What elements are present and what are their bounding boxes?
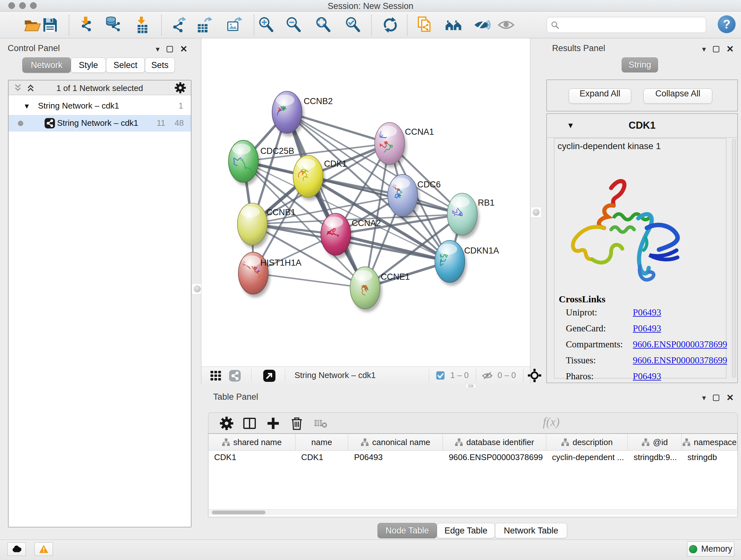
function-builder-icon: f(x) [543,415,560,429]
bottom-splitter-handle[interactable] [465,384,476,388]
table-panel-close-icon[interactable]: ✕ [726,395,734,401]
control-panel-float-icon[interactable] [166,46,173,52]
search-box [547,17,706,33]
tree-icon [682,438,690,446]
network-collection-row[interactable]: ▼ String Network – cdk1 1 [9,98,191,114]
string-style-icon[interactable] [229,370,241,382]
network-options-gear-icon[interactable] [174,82,186,94]
delete-column-icon[interactable] [289,416,304,431]
export-image-icon[interactable] [226,16,244,34]
node-CCNE1[interactable] [350,267,382,312]
table-cell[interactable]: 9606.ENSP00000378699 [443,450,546,465]
show-grid-icon[interactable] [210,370,222,382]
import-network-file-icon[interactable] [77,16,95,34]
node-RB1[interactable] [448,193,479,239]
table-panel-float-icon[interactable] [713,395,719,401]
node-CDC6[interactable] [388,174,420,220]
zoom-fit-icon[interactable] [314,16,332,34]
tab-select[interactable]: Select [106,57,145,73]
export-network-icon[interactable] [170,16,188,34]
zoom-in-icon[interactable] [257,16,275,34]
search-input[interactable] [562,18,703,31]
column-header-id[interactable]: @id [628,434,682,450]
results-panel-collapse-icon[interactable]: ▾ [702,45,706,54]
crosslink-link[interactable]: 9606.ENSP00000378699 [633,355,727,366]
open-session-icon[interactable] [23,16,41,34]
table-cell[interactable]: P06493 [348,450,443,465]
save-session-icon[interactable] [41,16,59,34]
tree-icon [222,438,230,446]
show-all-icon[interactable] [497,16,515,34]
column-header-description[interactable]: description [546,434,628,450]
results-tab-string[interactable]: String [622,57,658,72]
network-current-dot [18,121,23,126]
results-panel-float-icon[interactable] [713,46,719,52]
tab-style[interactable]: Style [71,57,106,73]
export-table-icon[interactable] [196,16,214,34]
crosslink-link[interactable]: P06493 [633,371,661,381]
table-hscrollbar-thumb[interactable] [212,510,266,514]
tab-network[interactable]: Network [22,57,71,73]
tree-icon [360,438,369,446]
cloud-status-button[interactable] [7,543,26,556]
tab-sets[interactable]: Sets [145,57,175,73]
network-view-canvas[interactable]: CCNB2CCNA1CDC25BCDK1CDC6RB1CCNB1CCNA2CDK… [201,38,530,367]
results-panel-close-icon[interactable]: ✕ [726,46,734,52]
crosslink-link[interactable]: P06493 [633,307,661,318]
zoom-selected-icon[interactable] [344,16,362,34]
right-splitter-handle[interactable] [531,207,542,218]
help-button[interactable]: ? [718,15,736,33]
table-cell[interactable]: stringdb [682,450,738,465]
import-table-icon[interactable] [132,16,150,34]
control-panel-close-icon[interactable]: ✕ [180,46,187,52]
collapse-all-button[interactable]: Collapse All [643,88,712,104]
crosslink-link[interactable]: 9606.ENSP00000378699 [633,339,727,350]
column-header-sharedname[interactable]: shared name [208,434,295,450]
show-columns-icon[interactable] [242,416,257,431]
refresh-layout-icon[interactable] [381,16,399,34]
table-cell[interactable]: stringdb:9... [628,450,682,465]
add-column-icon[interactable] [266,416,280,431]
import-network-database-icon[interactable] [105,16,123,34]
node-CCNB2[interactable] [272,91,304,137]
network-name: String Network – cdk1 [57,118,138,128]
hide-selected-icon[interactable] [473,16,491,34]
first-neighbors-icon[interactable] [445,16,463,34]
warning-button[interactable] [35,543,53,556]
column-header-namespace[interactable]: namespace [682,434,738,450]
network-row[interactable]: String Network – cdk1 11 48 [9,115,191,132]
zoom-out-icon[interactable] [285,16,302,34]
expand-all-button[interactable]: Expand All [569,88,631,104]
selected-checkbox-icon[interactable] [435,371,445,380]
column-header-name[interactable]: name [295,434,348,450]
column-header-databaseidentifier[interactable]: database identifier [443,434,546,450]
tab-network-table[interactable]: Network Table [495,523,567,538]
crosslink-link[interactable]: P06493 [633,323,661,334]
node-CCNB1[interactable] [238,203,269,248]
gene-header-row[interactable]: ▼ CDK1 [547,114,737,138]
column-header-canonicalname[interactable]: canonical name [348,434,443,450]
table-cell[interactable]: cyclin-dependent ... [546,450,628,465]
memory-button[interactable]: Memory [687,542,734,557]
birds-eye-view-icon[interactable] [263,369,276,382]
table-options-gear-icon[interactable] [219,416,234,431]
table-cell[interactable]: CDK1 [208,450,295,465]
tree-icon [455,438,463,446]
tab-node-table[interactable]: Node Table [378,523,437,538]
collection-expand-icon[interactable]: ▼ [23,102,30,111]
memory-status-dot [689,545,697,553]
node-label-HIST1H1A: HIST1H1A [260,258,301,267]
node-label-CDC25B: CDC25B [260,146,294,156]
table-panel-collapse-icon[interactable]: ▾ [702,393,706,402]
results-scrollbar[interactable] [732,139,736,378]
node-label-CDKN1A: CDKN1A [464,246,499,255]
crosslink-label: Uniprot: [566,307,597,317]
tree-icon [642,438,650,446]
control-panel-collapse-icon[interactable]: ▾ [156,45,159,54]
tab-edge-table[interactable]: Edge Table [437,523,495,538]
node-CDKN1A[interactable] [435,240,467,286]
fit-content-crosshair-icon[interactable] [528,368,542,382]
copy-network-icon[interactable] [416,16,434,34]
table-cell[interactable]: CDK1 [295,450,348,465]
hidden-eye-icon[interactable] [482,370,493,381]
